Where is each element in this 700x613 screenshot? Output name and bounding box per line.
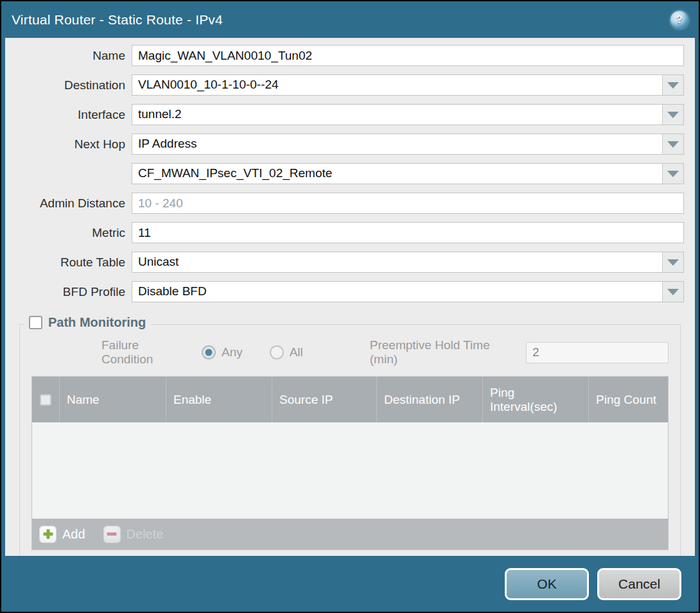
next-hop-type-value: IP Address xyxy=(132,134,662,154)
cancel-button[interactable]: Cancel xyxy=(597,568,681,600)
chevron-down-icon[interactable] xyxy=(662,134,683,154)
admin-distance-row: Admin Distance xyxy=(5,193,695,214)
column-header-source-ip: Source IP xyxy=(272,377,376,422)
bfd-profile-value: Disable BFD xyxy=(132,282,662,302)
name-row: Name xyxy=(5,45,695,66)
column-header-destination-ip: Destination IP xyxy=(376,377,482,422)
next-hop-label: Next Hop xyxy=(5,137,132,151)
minus-icon xyxy=(103,526,121,543)
path-monitoring-title: Path Monitoring xyxy=(48,315,146,330)
route-table-value: Unicast xyxy=(132,252,662,272)
failure-condition-label: Failure Condition xyxy=(101,338,193,367)
column-header-ping-count: Ping Count xyxy=(588,377,668,422)
question-mark-glyph: ? xyxy=(676,14,683,26)
destination-value: VLAN0010_10-1-10-0--24 xyxy=(132,75,662,95)
dialog-body: Name Destination VLAN0010_10-1-10-0--24 … xyxy=(5,38,695,556)
dialog-title: Virtual Router - Static Route - IPv4 xyxy=(12,12,670,28)
dialog-frame: Virtual Router - Static Route - IPv4 ? N… xyxy=(1,1,699,612)
bfd-profile-row: BFD Profile Disable BFD xyxy=(5,281,695,302)
plus-icon xyxy=(39,526,57,543)
next-hop-address-row: CF_MWAN_IPsec_VTI_02_Remote xyxy=(5,163,695,184)
preemptive-hold-time-label: Preemptive Hold Time (min) xyxy=(370,338,520,367)
destination-row: Destination VLAN0010_10-1-10-0--24 xyxy=(5,74,695,96)
chevron-down-icon[interactable] xyxy=(662,282,683,302)
table-header-select-all xyxy=(32,377,59,422)
metric-input[interactable] xyxy=(132,222,684,243)
destination-label: Destination xyxy=(5,78,132,92)
add-button[interactable]: Add xyxy=(39,526,85,543)
delete-button[interactable]: Delete xyxy=(103,526,164,543)
failure-condition-any-label: Any xyxy=(222,345,243,359)
delete-button-label: Delete xyxy=(127,527,164,542)
next-hop-address-value: CF_MWAN_IPsec_VTI_02_Remote xyxy=(132,164,662,184)
interface-value: tunnel.2 xyxy=(132,105,662,125)
name-input[interactable] xyxy=(132,45,684,66)
bfd-profile-dropdown[interactable]: Disable BFD xyxy=(132,281,684,302)
failure-condition-all-label: All xyxy=(290,345,303,359)
ok-button[interactable]: OK xyxy=(505,568,589,600)
metric-label: Metric xyxy=(5,226,132,240)
chevron-down-icon[interactable] xyxy=(662,164,683,184)
next-hop-type-dropdown[interactable]: IP Address xyxy=(132,134,684,155)
admin-distance-input[interactable] xyxy=(132,193,684,214)
route-table-dropdown[interactable]: Unicast xyxy=(132,252,684,273)
route-table-row: Route Table Unicast xyxy=(5,252,695,273)
path-monitoring-legend: Path Monitoring xyxy=(24,315,151,330)
column-header-enable: Enable xyxy=(166,377,272,422)
column-header-ping-interval: Ping Interval(sec) xyxy=(482,377,588,422)
path-monitoring-table: Name Enable Source IP Destination IP Pin… xyxy=(31,376,669,550)
select-all-checkbox[interactable] xyxy=(40,394,51,406)
table-header-row: Name Enable Source IP Destination IP Pin… xyxy=(32,377,668,422)
route-table-label: Route Table xyxy=(5,255,132,270)
bfd-profile-label: BFD Profile xyxy=(5,285,132,299)
dialog-footer: OK Cancel xyxy=(1,556,699,612)
next-hop-row: Next Hop IP Address xyxy=(5,134,695,155)
column-header-name: Name xyxy=(59,377,166,422)
interface-row: Interface tunnel.2 xyxy=(5,104,695,125)
add-button-label: Add xyxy=(62,527,85,542)
failure-condition-all-radio[interactable] xyxy=(270,345,284,359)
chevron-down-icon[interactable] xyxy=(662,252,683,272)
interface-label: Interface xyxy=(5,108,132,122)
chevron-down-icon[interactable] xyxy=(662,75,683,95)
interface-dropdown[interactable]: tunnel.2 xyxy=(132,104,684,125)
path-monitoring-section: Path Monitoring Failure Condition Any Al… xyxy=(19,324,681,556)
failure-condition-row: Failure Condition Any All Preemptive Hol… xyxy=(31,341,669,364)
metric-row: Metric xyxy=(5,222,695,243)
failure-condition-any-radio[interactable] xyxy=(202,345,216,359)
admin-distance-label: Admin Distance xyxy=(5,196,132,211)
preemptive-hold-time-input[interactable] xyxy=(526,342,669,363)
name-label: Name xyxy=(5,49,132,63)
path-monitoring-checkbox[interactable] xyxy=(29,316,42,329)
destination-dropdown[interactable]: VLAN0010_10-1-10-0--24 xyxy=(132,74,684,96)
next-hop-address-dropdown[interactable]: CF_MWAN_IPsec_VTI_02_Remote xyxy=(132,163,684,184)
dialog-titlebar: Virtual Router - Static Route - IPv4 ? xyxy=(1,1,699,38)
chevron-down-icon[interactable] xyxy=(662,105,683,125)
table-body-empty xyxy=(32,422,668,519)
table-toolbar: Add Delete xyxy=(32,519,668,549)
help-icon[interactable]: ? xyxy=(670,11,688,29)
